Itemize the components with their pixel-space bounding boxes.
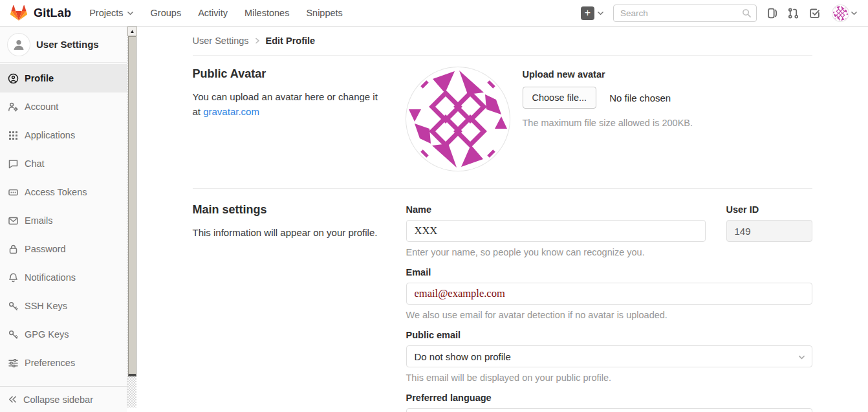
sidebar-item-account[interactable]: Account: [0, 92, 127, 121]
user-menu[interactable]: [832, 5, 858, 21]
chevron-down-icon: [127, 10, 134, 17]
choose-file-button[interactable]: Choose file...: [523, 87, 597, 109]
sidebar-scrollbar[interactable]: ▲: [127, 27, 136, 407]
settings-sidebar: User Settings Profile Account A: [0, 27, 127, 412]
breadcrumb-current: Edit Profile: [266, 36, 316, 46]
sidebar-item-preferences[interactable]: Preferences: [0, 349, 127, 377]
chevrons-left-icon: [8, 395, 17, 404]
user-id-label: User ID: [726, 204, 812, 215]
sidebar-item-gpg-keys[interactable]: GPG Keys: [0, 320, 127, 349]
section-title: Main settings: [193, 203, 406, 217]
sidebar-header: User Settings: [0, 27, 127, 63]
lock-icon: [8, 244, 19, 255]
section-description: This information will appear on your pro…: [193, 226, 387, 241]
chevron-down-icon: [597, 10, 604, 17]
max-file-size-note: The maximum file size allowed is 200KB.: [523, 118, 693, 128]
sidebar-item-access-tokens[interactable]: Access Tokens: [0, 178, 127, 206]
section-title: Public Avatar: [193, 67, 406, 81]
gravatar-link[interactable]: gravatar.com: [203, 106, 259, 117]
nav-snippets[interactable]: Snippets: [306, 8, 342, 18]
nav-groups[interactable]: Groups: [151, 8, 182, 18]
applications-icon: [8, 130, 19, 141]
name-help-text: Enter your name, so people you know can …: [406, 247, 812, 257]
email-help-text: We also use email for avatar detection i…: [406, 310, 812, 320]
profile-avatar: [406, 67, 510, 171]
account-icon: [8, 102, 19, 113]
main-settings-section: Main settings This information will appe…: [193, 189, 812, 412]
name-label: Name: [406, 204, 706, 215]
sidebar-nav: Profile Account Applications Cha: [0, 63, 127, 377]
sliders-icon: [8, 358, 19, 369]
sidebar-item-applications[interactable]: Applications: [0, 121, 127, 149]
brand-name: GitLab: [34, 6, 71, 20]
sidebar-title: User Settings: [36, 39, 99, 50]
collapse-sidebar-button[interactable]: Collapse sidebar: [0, 386, 127, 412]
nav-milestones[interactable]: Milestones: [244, 8, 289, 18]
email-input[interactable]: [406, 283, 812, 305]
default-avatar-icon: [8, 34, 30, 56]
main-content: User Settings Edit Profile Public Avatar…: [136, 0, 868, 412]
sidebar-item-ssh-keys[interactable]: SSH Keys: [0, 292, 127, 320]
email-label: Email: [406, 267, 812, 277]
scrollbar-up-arrow[interactable]: ▲: [127, 27, 137, 36]
preferred-language-label: Preferred language: [406, 393, 812, 403]
user-id-input: [726, 220, 812, 242]
chevron-down-icon: [851, 10, 858, 17]
chat-icon: [8, 158, 19, 169]
tanuki-icon: [10, 5, 27, 21]
breadcrumb: User Settings Edit Profile: [193, 27, 812, 56]
primary-nav: Projects Groups Activity Milestones Snip…: [89, 8, 343, 18]
chevron-right-icon: [254, 36, 261, 46]
merge-request-icon[interactable]: [787, 7, 799, 19]
plus-icon: +: [581, 6, 594, 20]
preferred-language-select[interactable]: [406, 408, 812, 412]
file-chosen-status: No file chosen: [609, 92, 671, 103]
bell-icon: [8, 272, 19, 283]
profile-icon: [8, 73, 19, 84]
name-input[interactable]: [406, 220, 706, 242]
todos-icon[interactable]: [808, 7, 821, 19]
sidebar-item-emails[interactable]: Emails: [0, 206, 127, 235]
search-input[interactable]: [613, 5, 757, 22]
gitlab-logo[interactable]: GitLab: [10, 5, 71, 21]
new-menu-button[interactable]: +: [581, 6, 604, 20]
sidebar-item-profile[interactable]: Profile: [0, 64, 127, 92]
nav-projects[interactable]: Projects: [89, 8, 133, 18]
search-icon: [742, 8, 752, 18]
chevron-down-icon: [798, 354, 805, 361]
sidebar-item-password[interactable]: Password: [0, 235, 127, 263]
scrollbar-thumb[interactable]: [128, 36, 136, 376]
navbar-right: +: [581, 5, 858, 22]
nav-activity[interactable]: Activity: [198, 8, 228, 18]
top-navbar: GitLab Projects Groups Activity Mileston…: [0, 0, 868, 27]
sidebar-item-notifications[interactable]: Notifications: [0, 263, 127, 292]
sidebar-item-chat[interactable]: Chat: [0, 149, 127, 178]
public-email-help-text: This email will be displayed on your pub…: [406, 373, 812, 383]
public-avatar-section: Public Avatar You can upload an avatar h…: [193, 56, 812, 189]
email-icon: [8, 215, 19, 226]
breadcrumb-parent[interactable]: User Settings: [193, 36, 249, 46]
public-email-label: Public email: [406, 330, 812, 340]
public-email-select[interactable]: Do not show on profile: [406, 345, 812, 367]
key-icon: [8, 329, 19, 340]
user-avatar: [832, 5, 849, 21]
section-description: You can upload an avatar here or change …: [193, 90, 387, 119]
upload-avatar-title: Upload new avatar: [523, 69, 693, 80]
access-tokens-icon: [8, 187, 19, 198]
search-box: [613, 5, 757, 22]
issues-icon[interactable]: [766, 7, 778, 19]
key-icon: [8, 301, 19, 312]
